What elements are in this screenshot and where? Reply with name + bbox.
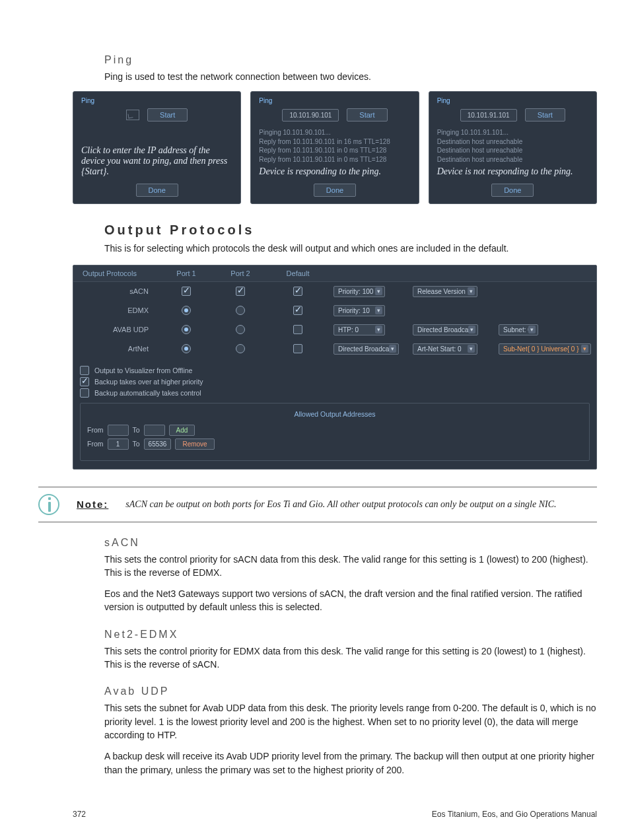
sacn-version-dropdown[interactable]: Release Version	[413, 286, 477, 297]
avab-default-checkbox[interactable]	[293, 325, 302, 334]
avab-port2-radio[interactable]	[236, 325, 245, 334]
row-label: EDMX	[73, 301, 159, 320]
output-protocols-heading: Output Protocols	[104, 223, 597, 238]
aoa-to-label: To	[133, 440, 140, 448]
avab-broadcast-dropdown[interactable]: Directed Broadcast	[413, 324, 478, 335]
footer-checks: Output to Visualizer from Offline Backup…	[73, 359, 596, 469]
ping-box-title: Ping	[81, 97, 232, 104]
ping-box-title: Ping	[437, 97, 588, 104]
allowed-output-addresses: Allowed Output Addresses From To Add Fro…	[80, 403, 590, 461]
edmx-p1: This sets the control priority for EDMX …	[104, 645, 597, 672]
avab-subnet-dropdown[interactable]: Subnet: 0	[499, 324, 538, 335]
artnet-start-dropdown[interactable]: Art-Net Start: 0	[413, 343, 477, 355]
book-title: Eos Titanium, Eos, and Gio Operations Ma…	[432, 810, 597, 819]
col-default: Default	[267, 265, 328, 282]
ping-caption-right: Device is not responding to the ping.	[437, 164, 588, 181]
done-button[interactable]: Done	[491, 184, 534, 197]
row-label: sACN	[73, 281, 159, 301]
avab-port1-radio[interactable]	[182, 325, 191, 334]
aoa-to-label: To	[133, 426, 140, 434]
ping-screenshots-row: Ping Start Click to enter the IP address…	[73, 91, 597, 204]
avab-p1: This sets the subnet for Avab UDP data f…	[104, 701, 597, 742]
row-label: AVAB UDP	[73, 320, 159, 339]
edmx-port1-radio[interactable]	[182, 306, 191, 315]
avab-htp-dropdown[interactable]: HTP: 0	[333, 324, 385, 335]
start-button[interactable]: Start	[147, 108, 188, 122]
ping-heading: Ping	[104, 54, 597, 66]
ip-input[interactable]: 10.101.91.101	[460, 109, 517, 122]
edmx-port2-radio[interactable]	[236, 306, 245, 315]
aoa-to-value[interactable]: 65536	[144, 438, 172, 450]
ping-output: Pinging 10.101.90.101... Reply from 10.1…	[259, 128, 410, 164]
aoa-add-button[interactable]: Add	[169, 425, 195, 436]
ping-box-mid: Ping 10.101.90.101 Start Pinging 10.101.…	[250, 91, 419, 204]
ip-input[interactable]: 10.101.90.101	[282, 109, 339, 122]
protocols-table: Output Protocols Port 1 Port 2 Default s…	[73, 265, 596, 359]
ip-input-blank-icon[interactable]	[126, 110, 139, 120]
ping-box-left: Ping Start Click to enter the IP address…	[73, 91, 241, 204]
done-button[interactable]: Done	[136, 184, 178, 197]
start-button[interactable]: Start	[525, 108, 565, 122]
ping-output-line: Reply from 10.101.90.101 in 0 ms TTL=128	[259, 146, 410, 155]
done-button[interactable]: Done	[314, 184, 356, 197]
page-footer: 372 Eos Titanium, Eos, and Gio Operation…	[73, 810, 597, 819]
edmx-default-checkbox[interactable]	[293, 306, 302, 315]
edmx-priority-dropdown[interactable]: Priority: 10	[333, 305, 385, 316]
artnet-port2-radio[interactable]	[236, 344, 245, 353]
page-number: 372	[73, 810, 86, 819]
ping-output-line: Reply from 10.101.90.101 in 0 ms TTL=128	[259, 155, 410, 164]
artnet-broadcast-dropdown[interactable]: Directed Broadcast	[333, 343, 399, 355]
aoa-remove-button[interactable]: Remove	[175, 438, 214, 450]
note-label: Note:	[77, 499, 108, 510]
sacn-port2-checkbox[interactable]	[236, 287, 245, 296]
ping-box-right: Ping 10.101.91.101 Start Pinging 10.101.…	[429, 91, 597, 204]
ping-output-line: Pinging 10.101.90.101...	[259, 128, 410, 137]
ping-output-line: Pinging 10.101.91.101...	[437, 128, 588, 137]
aoa-from-label: From	[87, 440, 104, 448]
ping-intro: Ping is used to test the network connect…	[104, 70, 597, 83]
aoa-from-value[interactable]: 1	[108, 438, 129, 450]
sacn-priority-dropdown[interactable]: Priority: 100	[333, 286, 385, 297]
sacn-default-checkbox[interactable]	[293, 287, 302, 296]
info-icon	[38, 494, 59, 515]
col-port1: Port 1	[159, 265, 213, 282]
row-avab: AVAB UDP HTP: 0 Directed Broadcast Subne…	[73, 320, 596, 339]
output-protocols-panel: Output Protocols Port 1 Port 2 Default s…	[73, 265, 597, 470]
ping-output: Pinging 10.101.91.101... Destination hos…	[437, 128, 588, 164]
ping-box-title: Ping	[259, 97, 410, 104]
note-text: sACN can be output on both ports for Eos…	[125, 498, 556, 511]
row-sacn: sACN Priority: 100 Release Version	[73, 281, 596, 301]
artnet-port1-radio[interactable]	[182, 344, 191, 353]
ping-output-line: Destination host unreachable	[437, 155, 588, 164]
ping-output-line: Destination host unreachable	[437, 146, 588, 155]
artnet-universe-dropdown[interactable]: Sub-Net{ 0 } Universe{ 0 }	[499, 343, 591, 355]
aoa-title: Allowed Output Addresses	[87, 410, 582, 418]
col-port2: Port 2	[213, 265, 267, 282]
visualizer-offline-checkbox[interactable]	[80, 366, 89, 375]
aoa-to-input[interactable]	[144, 425, 165, 436]
row-edmx: EDMX Priority: 10	[73, 301, 596, 320]
sacn-p2: Eos and the Net3 Gateways support two ve…	[104, 587, 597, 614]
backup-auto-control-checkbox[interactable]	[80, 388, 89, 398]
aoa-from-label: From	[87, 426, 104, 434]
edmx-heading: Net2-EDMX	[104, 629, 597, 641]
ping-caption-mid: Device is responding to the ping.	[259, 164, 410, 181]
aoa-from-input[interactable]	[108, 425, 129, 436]
backup-higher-priority-label: Backup takes over at higher priority	[94, 378, 203, 386]
ping-caption-left: Click to enter the IP address of the dev…	[81, 143, 232, 181]
backup-higher-priority-checkbox[interactable]	[80, 377, 89, 386]
ping-output-line: Destination host unreachable	[437, 137, 588, 147]
backup-auto-control-label: Backup automatically takes control	[94, 389, 201, 397]
output-protocols-intro: This is for selecting which protocols th…	[104, 242, 597, 255]
start-button[interactable]: Start	[347, 108, 387, 122]
avab-heading: Avab UDP	[104, 685, 597, 697]
artnet-default-checkbox[interactable]	[293, 344, 302, 353]
note-block: Note: sACN can be output on both ports f…	[38, 487, 597, 522]
sacn-heading: sACN	[104, 537, 597, 549]
visualizer-offline-label: Output to Visualizer from Offline	[94, 367, 192, 374]
row-artnet: ArtNet Directed Broadcast Art-Net Start:…	[73, 339, 596, 359]
avab-p2: A backup desk will receive its Avab UDP …	[104, 750, 597, 777]
sacn-port1-checkbox[interactable]	[182, 287, 191, 296]
sacn-p1: This sets the control priority for sACN …	[104, 553, 597, 580]
row-label: ArtNet	[73, 339, 159, 359]
